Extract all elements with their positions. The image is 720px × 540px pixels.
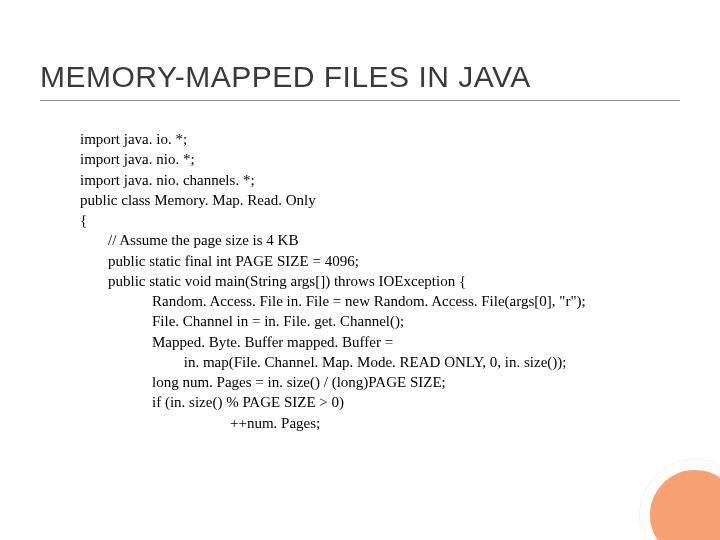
code-line: in. map(File. Channel. Map. Mode. READ O…	[80, 352, 680, 372]
code-line: {	[80, 210, 680, 230]
code-line: long num. Pages = in. size() / (long)PAG…	[80, 372, 680, 392]
code-line: public class Memory. Map. Read. Only	[80, 190, 680, 210]
code-line: if (in. size() % PAGE SIZE > 0)	[80, 392, 680, 412]
code-line: import java. nio. channels. *;	[80, 170, 680, 190]
code-line: ++num. Pages;	[80, 413, 680, 433]
slide-title: MEMORY-MAPPED FILES IN JAVA	[40, 60, 680, 101]
code-line: File. Channel in = in. File. get. Channe…	[80, 311, 680, 331]
code-line: import java. nio. *;	[80, 149, 680, 169]
code-line: public static void main(String args[]) t…	[80, 271, 680, 291]
code-block: import java. io. *; import java. nio. *;…	[40, 129, 680, 433]
code-line: Random. Access. File in. File = new Rand…	[80, 291, 680, 311]
code-line: public static final int PAGE SIZE = 4096…	[80, 251, 680, 271]
slide: MEMORY-MAPPED FILES IN JAVA import java.…	[0, 0, 720, 540]
decorative-circle-icon	[640, 460, 720, 540]
code-line: import java. io. *;	[80, 129, 680, 149]
code-line: // Assume the page size is 4 KB	[80, 230, 680, 250]
code-line: Mapped. Byte. Buffer mapped. Buffer =	[80, 332, 680, 352]
